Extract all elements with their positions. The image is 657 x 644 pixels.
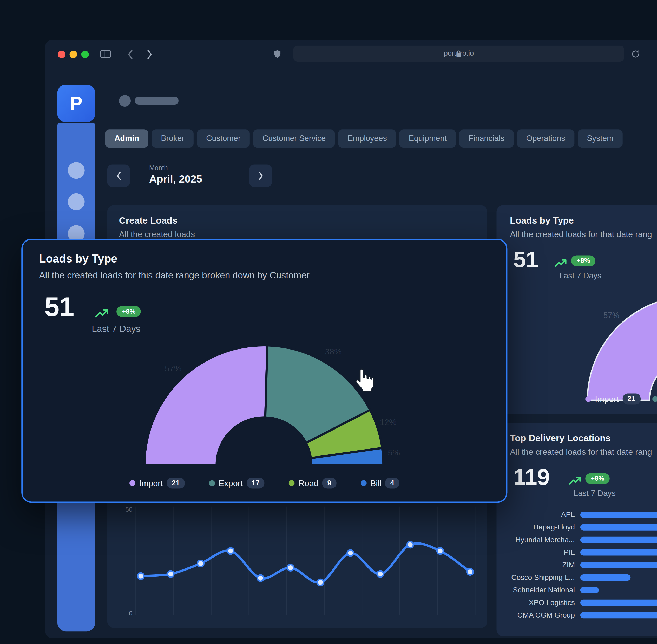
shield-icon[interactable] [273, 49, 282, 59]
data-point-marker[interactable] [347, 550, 353, 556]
legend-dot [289, 480, 295, 486]
side-card-delta-badge: +8% [571, 255, 595, 266]
segment-percent-label: 57% [604, 311, 619, 320]
top-delivery-delta-badge: +8% [585, 473, 610, 484]
username-placeholder [135, 97, 178, 105]
tab-admin[interactable]: Admin [105, 129, 148, 148]
tab-customer-service[interactable]: Customer Service [253, 129, 335, 148]
hand-cursor [350, 367, 375, 394]
overlay-delta-badge: +8% [116, 306, 141, 317]
delivery-bar-track [580, 574, 657, 580]
refresh-icon[interactable] [631, 49, 640, 59]
segment-percent-label: 12% [380, 418, 397, 427]
trend-up-icon [569, 477, 582, 486]
avatar-placeholder [119, 95, 131, 107]
data-point-marker[interactable] [138, 573, 144, 579]
tab-operations[interactable]: Operations [517, 129, 574, 148]
delivery-location-label: Cosco Shipping L... [496, 573, 575, 582]
segment-percent-label: 38% [325, 347, 342, 356]
legend-label: Road [299, 478, 319, 488]
delivery-bar-track [580, 524, 657, 530]
delivery-bar [580, 612, 657, 618]
delivery-bar [580, 562, 657, 568]
overlay-donut-chart[interactable]: 57%38%12%5% [141, 340, 414, 468]
sidebar-toggle-icon[interactable] [100, 49, 111, 59]
legend-item-bill[interactable]: Bill4 [361, 478, 399, 489]
top-delivery-card: Top Delivery Locations All the created l… [496, 423, 657, 636]
next-month-button[interactable] [249, 165, 272, 187]
delivery-bar [580, 599, 657, 605]
side-card-subtitle: All the created loads for that date rang [510, 229, 652, 239]
data-point-marker[interactable] [227, 548, 234, 554]
side-donut-chart[interactable]: 57%38%12%5% [580, 289, 657, 403]
create-loads-subtitle: All the created loads [119, 229, 195, 239]
legend-count-badge: 17 [247, 478, 265, 489]
tab-customer[interactable]: Customer [197, 129, 250, 148]
forward-button[interactable] [146, 49, 153, 60]
top-delivery-title: Top Delivery Locations [510, 433, 611, 444]
address-bar[interactable]: portpro.io [293, 46, 625, 62]
tab-broker[interactable]: Broker [152, 129, 194, 148]
tab-financials[interactable]: Financials [459, 129, 513, 148]
tab-system[interactable]: System [578, 129, 623, 148]
data-point-marker[interactable] [407, 542, 413, 548]
top-delivery-period: Last 7 Days [574, 489, 616, 498]
delivery-bar-track [580, 562, 657, 568]
delivery-row-3: Hyundai Mercha... [496, 533, 657, 546]
prev-month-button[interactable] [107, 165, 130, 187]
close-window-button[interactable] [58, 51, 65, 58]
data-point-marker[interactable] [168, 571, 174, 577]
sidebar-item-2[interactable] [68, 193, 85, 210]
app-logo[interactable]: P [58, 85, 95, 122]
legend-dot [129, 480, 135, 486]
y-tick-label: 0 [129, 610, 132, 617]
browser-chrome: portpro.io [45, 40, 657, 69]
data-point-marker[interactable] [287, 565, 294, 571]
trend-up-icon [554, 259, 568, 268]
delivery-location-label: Schneider National [496, 585, 575, 594]
delivery-bar [580, 574, 631, 580]
segment-percent-label: 57% [165, 364, 182, 373]
delivery-bars: APLHapag-LloydHyundai Mercha...PILZIMCos… [496, 508, 657, 625]
trend-up-icon [94, 308, 110, 319]
legend-label: Import [595, 394, 618, 404]
legend-label: Bill [370, 478, 381, 488]
legend-count-badge: 21 [167, 478, 184, 489]
legend-item-import[interactable]: Import21 [585, 393, 640, 404]
minimize-window-button[interactable] [70, 51, 77, 58]
tab-equipment[interactable]: Equipment [399, 129, 456, 148]
segment-percent-label: 5% [388, 448, 400, 457]
loads-by-type-side-card: Loads by Type All the created loads for … [496, 205, 657, 414]
overlay-stat: 51 [44, 294, 74, 320]
delivery-bar [580, 536, 657, 543]
tab-employees[interactable]: Employees [338, 129, 396, 148]
data-point-marker[interactable] [437, 548, 443, 554]
legend-item-import[interactable]: Import21 [129, 478, 184, 489]
delivery-bar-track [580, 586, 657, 593]
donut-segment-import[interactable] [145, 345, 267, 464]
screenshot-root: portpro.io P AdminBrokerCustomerCustomer… [0, 0, 657, 644]
legend-item-road[interactable]: Road9 [289, 478, 336, 489]
legend-item-export[interactable]: Export17 [209, 478, 265, 489]
zoom-window-button[interactable] [81, 51, 89, 58]
overlay-subtitle: All the created loads for this date rang… [39, 270, 309, 281]
donut-segment-import[interactable] [587, 296, 657, 400]
delivery-row-2: Hapag-Lloyd [496, 521, 657, 533]
back-button[interactable] [127, 49, 134, 60]
legend-dot [361, 480, 367, 486]
delivery-bar [580, 549, 657, 555]
data-point-marker[interactable] [198, 560, 204, 567]
delivery-row-8: XPO Logistics [496, 596, 657, 609]
trend-line-chart[interactable]: 500 [115, 503, 484, 622]
delivery-bar-track [580, 536, 657, 543]
delivery-row-6: Cosco Shipping L... [496, 571, 657, 583]
legend-item-export[interactable]: Export17 [652, 393, 657, 404]
nav-tabs: AdminBrokerCustomerCustomer ServiceEmplo… [105, 129, 623, 148]
data-point-marker[interactable] [257, 575, 264, 581]
data-point-marker[interactable] [377, 571, 384, 577]
overlay-period: Last 7 Days [92, 324, 140, 335]
delivery-location-label: Hapag-Lloyd [496, 523, 575, 532]
sidebar-item-1[interactable] [68, 162, 85, 179]
data-point-marker[interactable] [317, 579, 324, 585]
data-point-marker[interactable] [467, 569, 473, 575]
